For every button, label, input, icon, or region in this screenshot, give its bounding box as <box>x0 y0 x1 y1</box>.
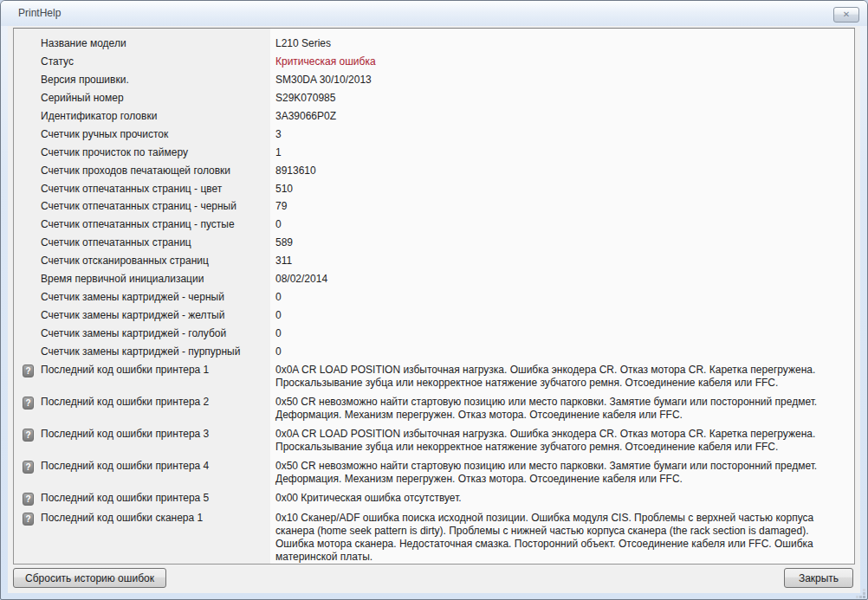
row-value: 3A39066P0Z <box>263 110 854 122</box>
titlebar[interactable]: PrintHelp ✕ <box>1 1 867 26</box>
row-value: Критическая ошибка <box>263 55 854 68</box>
row-value: 79 <box>263 200 854 212</box>
info-row: ? Статус Критическая ошибка <box>14 53 854 71</box>
row-value: 0 <box>263 218 854 230</box>
info-row: ? Версия прошивки. SM30DA 30/10/2013 <box>14 71 854 89</box>
row-value: 311 <box>263 255 854 267</box>
info-row: ? Счетчик проходов печатающей головки 89… <box>14 161 854 179</box>
row-label: Статус <box>41 55 263 68</box>
row-label: Счетчик ручных прочисток <box>41 128 263 140</box>
row-label: Последний код ошибки принтера 3 <box>41 428 263 441</box>
row-label: Последний код ошибки сканера 1 <box>41 512 263 525</box>
info-row: ? Счетчик отпечатанных страниц - цвет 51… <box>14 179 854 197</box>
help-icon[interactable]: ? <box>23 513 34 526</box>
row-value: S29K070985 <box>263 92 854 104</box>
row-value: 589 <box>263 236 854 248</box>
row-label: Серийный номер <box>41 92 263 104</box>
info-row: ? Счетчик отпечатанных страниц - черный … <box>14 197 854 216</box>
help-icon[interactable]: ? <box>23 365 34 377</box>
info-row: ? Счетчик отпечатанных страниц - пустые … <box>14 216 854 234</box>
row-label: Счетчик замены картриджей - пурпурный <box>41 345 263 358</box>
row-value: 0x0A CR LOAD POSITION избыточная нагрузк… <box>263 364 854 390</box>
info-row: ? Счетчик отпечатанных страниц 589 <box>14 234 854 252</box>
help-icon[interactable]: ? <box>23 397 34 410</box>
row-value: 0 <box>263 309 854 321</box>
row-label: Последний код ошибки принтера 4 <box>41 460 263 473</box>
help-icon[interactable]: ? <box>23 493 34 506</box>
info-row: ? Счетчик прочисток по таймеру 1 <box>14 143 854 161</box>
row-value: 0x50 CR невозможно найти стартовую позиц… <box>263 396 854 422</box>
help-icon[interactable]: ? <box>23 429 34 442</box>
row-value: 0 <box>263 345 854 358</box>
row-label: Счетчик отпечатанных страниц - цвет <box>41 183 263 195</box>
row-value: 0 <box>263 327 854 339</box>
row-label: Счетчик замены картриджей - желтый <box>41 309 263 321</box>
info-row: ? Счетчик замены картриджей - голубой 0 <box>14 324 854 342</box>
info-row: ? Счетчик ручных прочисток 3 <box>14 125 854 143</box>
row-label: Версия прошивки. <box>41 74 263 86</box>
info-row: ? Счетчик замены картриджей - черный 0 <box>14 287 854 306</box>
row-value: 3 <box>263 128 854 140</box>
row-value: 0x50 CR невозможно найти стартовую позиц… <box>263 460 854 486</box>
row-value: 8913610 <box>263 165 854 177</box>
close-button[interactable]: ✕ <box>833 7 859 23</box>
row-label: Счетчик замены картриджей - голубой <box>41 327 263 339</box>
row-value: 1 <box>263 146 854 158</box>
row-label: Последний код ошибки принтера 2 <box>41 396 263 409</box>
info-row: ? Последний код ошибки принтера 4 0x50 C… <box>14 456 854 488</box>
info-row: ? Последний код ошибки сканера 1 0x10 Ск… <box>14 508 854 565</box>
row-label: Время первичной инициализации <box>41 273 263 285</box>
close-dialog-button[interactable]: Закрыть <box>784 568 853 588</box>
help-icon[interactable]: ? <box>23 461 34 474</box>
row-value: 0x10 Сканер/ADF ошибка поиска исходной п… <box>263 512 854 564</box>
bottom-bar: Сбросить историю ошибок Закрыть <box>8 564 860 593</box>
dialog-client-area: ? Название модели L210 Series ? Статус К… <box>8 26 860 593</box>
row-label: Счетчик отпечатанных страниц - черный <box>41 200 263 212</box>
info-row: ? Название модели L210 Series <box>14 35 854 53</box>
row-label: Счетчик отпечатанных страниц <box>41 236 263 248</box>
row-label: Идентификатор головки <box>41 110 263 122</box>
row-value: 0x0A CR LOAD POSITION избыточная нагрузк… <box>263 428 854 454</box>
info-table: ? Название модели L210 Series ? Статус К… <box>14 29 854 565</box>
info-row: ? Последний код ошибки принтера 5 0x00 К… <box>14 488 854 508</box>
resize-grip[interactable] <box>856 589 858 591</box>
row-label: Последний код ошибки принтера 5 <box>41 492 263 505</box>
row-label: Последний код ошибки принтера 1 <box>41 364 263 377</box>
info-row: ? Счетчик отсканированных страниц 311 <box>14 252 854 270</box>
info-row: ? Счетчик замены картриджей - пурпурный … <box>14 342 854 360</box>
row-value: 0x00 Критическая ошибка отсутствует. <box>263 492 854 505</box>
row-value: 510 <box>263 183 854 195</box>
printhelp-window: PrintHelp ✕ ? Название модели L210 Serie… <box>0 0 868 600</box>
row-label: Название модели <box>41 37 263 49</box>
row-label: Счетчик замены картриджей - черный <box>41 291 263 303</box>
info-row: ? Время первичной инициализации 08/02/20… <box>14 270 854 288</box>
info-row: ? Последний код ошибки принтера 1 0x0A C… <box>14 360 854 392</box>
info-row: ? Последний код ошибки принтера 3 0x0A C… <box>14 424 854 456</box>
close-icon: ✕ <box>843 10 850 19</box>
row-value: 0 <box>263 291 854 303</box>
row-value: SM30DA 30/10/2013 <box>263 74 854 86</box>
row-value: 08/02/2014 <box>263 273 854 285</box>
info-panel: ? Название модели L210 Series ? Статус К… <box>13 28 855 565</box>
row-label: Счетчик отсканированных страниц <box>41 255 263 267</box>
row-label: Счетчик прочисток по таймеру <box>41 146 263 158</box>
info-row: ? Последний код ошибки принтера 2 0x50 C… <box>14 392 854 424</box>
row-label: Счетчик проходов печатающей головки <box>41 165 263 177</box>
info-row: ? Идентификатор головки 3A39066P0Z <box>14 107 854 126</box>
info-row: ? Счетчик замены картриджей - желтый 0 <box>14 306 854 324</box>
info-row: ? Серийный номер S29K070985 <box>14 89 854 107</box>
reset-error-history-button[interactable]: Сбросить историю ошибок <box>13 568 166 588</box>
row-label: Счетчик отпечатанных страниц - пустые <box>41 218 263 230</box>
window-title: PrintHelp <box>18 1 61 26</box>
row-value: L210 Series <box>263 37 854 49</box>
